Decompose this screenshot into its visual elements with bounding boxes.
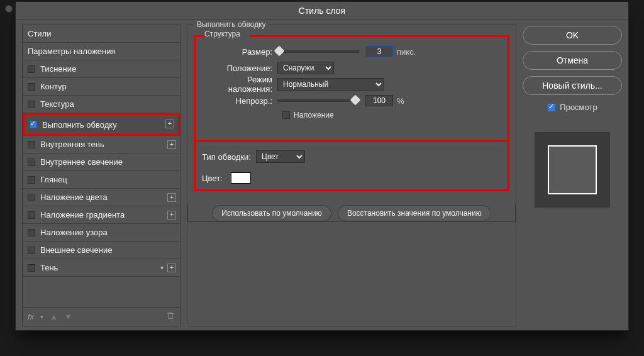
move-up-icon[interactable]: ▲ bbox=[50, 312, 58, 321]
fill-group: Тип обводки: Цвет Цвет: bbox=[194, 142, 509, 191]
sidebar-styles-label: Стили bbox=[28, 29, 51, 38]
preview-thumbnail bbox=[535, 132, 610, 208]
dialog-actions: OK Отмена Новый стиль... Просмотр bbox=[523, 25, 622, 326]
color-swatch[interactable] bbox=[231, 172, 251, 184]
fx-menu-icon[interactable]: fx bbox=[28, 312, 34, 321]
checkbox-icon[interactable] bbox=[28, 194, 35, 201]
overprint-label: Наложение bbox=[294, 111, 334, 120]
checkbox-icon[interactable] bbox=[30, 121, 37, 128]
make-default-button[interactable]: Использовать по умолчанию bbox=[212, 205, 331, 221]
checkbox-icon[interactable] bbox=[28, 176, 35, 184]
checkbox-icon[interactable] bbox=[28, 101, 35, 108]
add-effect-icon[interactable]: + bbox=[167, 193, 176, 202]
ok-button[interactable]: OK bbox=[523, 26, 622, 45]
checkbox-icon[interactable] bbox=[28, 159, 35, 166]
sidebar-item-color-overlay[interactable]: Наложение цвета+ bbox=[23, 189, 180, 206]
checkbox-icon[interactable] bbox=[28, 141, 35, 148]
size-label: Размер: bbox=[202, 47, 277, 57]
dialog-title: Стиль слоя bbox=[16, 2, 628, 19]
checkbox-icon[interactable] bbox=[28, 65, 35, 73]
position-select[interactable]: Снаружи bbox=[277, 62, 334, 74]
filltype-select[interactable]: Цвет bbox=[256, 150, 305, 163]
new-style-button[interactable]: Новый стиль... bbox=[523, 76, 622, 95]
structure-group: Структура Размер: пикс. Положение: Снару… bbox=[194, 35, 509, 142]
sidebar-item-texture[interactable]: Текстура bbox=[23, 96, 180, 113]
checkbox-icon[interactable] bbox=[28, 264, 35, 272]
color-label: Цвет: bbox=[202, 174, 227, 183]
sidebar-item-stroke[interactable]: Выполнить обводку + bbox=[23, 113, 180, 136]
opacity-slider[interactable] bbox=[277, 99, 359, 102]
opacity-label: Непрозр.: bbox=[202, 96, 277, 106]
sidebar-item-label: Контур bbox=[40, 82, 67, 91]
sidebar-styles-header[interactable]: Стили bbox=[23, 25, 180, 43]
sidebar-item-satin[interactable]: Глянец bbox=[23, 171, 180, 189]
layer-style-dialog: Стиль слоя Стили Параметры наложения Тис… bbox=[15, 1, 629, 331]
blendmode-label: Режим наложения: bbox=[202, 75, 277, 94]
cancel-button[interactable]: Отмена bbox=[523, 51, 622, 70]
sidebar-blend-options-label: Параметры наложения bbox=[28, 47, 116, 56]
sidebar-item-inner-shadow[interactable]: Внутренняя тень+ bbox=[23, 136, 180, 153]
opacity-unit: % bbox=[397, 96, 404, 106]
structure-label: Структура bbox=[204, 30, 250, 38]
sidebar-blend-options[interactable]: Параметры наложения bbox=[23, 43, 180, 60]
sidebar-item-label: Текстура bbox=[40, 99, 74, 109]
sidebar-item-label: Наложение градиента bbox=[40, 210, 125, 220]
overprint-checkbox[interactable] bbox=[282, 111, 290, 119]
sidebar-item-label: Внешнее свечение bbox=[40, 245, 113, 255]
size-slider[interactable] bbox=[277, 50, 359, 53]
sidebar-item-label: Выполнить обводку bbox=[42, 120, 117, 130]
size-unit: пикс. bbox=[397, 47, 416, 57]
checkbox-icon[interactable] bbox=[28, 247, 35, 254]
panel-title: Выполнить обводку bbox=[194, 20, 269, 29]
sidebar-item-bevel[interactable]: Тиснение bbox=[23, 60, 180, 78]
add-effect-icon[interactable]: + bbox=[167, 211, 176, 220]
sidebar-item-gradient-overlay[interactable]: Наложение градиента+ bbox=[23, 206, 180, 224]
sidebar-item-outer-glow[interactable]: Внешнее свечение bbox=[23, 242, 180, 259]
sidebar-item-contour[interactable]: Контур bbox=[23, 78, 180, 96]
checkbox-icon[interactable] bbox=[28, 83, 35, 91]
checkbox-icon[interactable] bbox=[28, 229, 35, 236]
filltype-label: Тип обводки: bbox=[202, 152, 256, 162]
sidebar-item-inner-glow[interactable]: Внутреннее свечение bbox=[23, 153, 180, 171]
preview-label: Просмотр bbox=[560, 103, 597, 112]
effects-sidebar: Стили Параметры наложения Тиснение Конту… bbox=[22, 25, 180, 326]
blendmode-select[interactable]: Нормальный bbox=[277, 78, 384, 91]
add-effect-icon[interactable]: + bbox=[167, 264, 176, 272]
add-effect-icon[interactable]: + bbox=[167, 140, 176, 149]
sidebar-footer: fx▾ ▲ ▼ bbox=[23, 307, 180, 326]
sidebar-item-label: Глянец bbox=[40, 175, 67, 184]
opacity-input[interactable] bbox=[365, 95, 393, 106]
add-effect-icon[interactable]: + bbox=[165, 120, 174, 128]
sidebar-item-label: Внутреннее свечение bbox=[40, 157, 123, 167]
move-down-icon[interactable]: ▼ bbox=[64, 312, 72, 321]
settings-panel: Выполнить обводку Структура Размер: пикс… bbox=[187, 25, 516, 326]
position-label: Положение: bbox=[202, 64, 277, 73]
reset-default-button[interactable]: Восстановить значения по умолчанию bbox=[338, 205, 491, 221]
preview-checkbox[interactable] bbox=[547, 103, 556, 112]
size-input[interactable] bbox=[365, 46, 393, 57]
sidebar-item-label: Тень bbox=[40, 263, 58, 272]
sidebar-item-pattern-overlay[interactable]: Наложение узора bbox=[23, 224, 180, 242]
checkbox-icon[interactable] bbox=[28, 211, 35, 219]
trash-icon[interactable] bbox=[166, 311, 175, 322]
sidebar-item-label: Тиснение bbox=[40, 64, 76, 74]
sidebar-item-label: Наложение узора bbox=[40, 228, 108, 237]
sidebar-item-drop-shadow[interactable]: Тень▾+ bbox=[23, 259, 180, 277]
sidebar-item-label: Внутренняя тень bbox=[40, 140, 104, 149]
chevron-down-icon[interactable]: ▾ bbox=[160, 264, 164, 271]
sidebar-item-label: Наложение цвета bbox=[40, 192, 108, 202]
